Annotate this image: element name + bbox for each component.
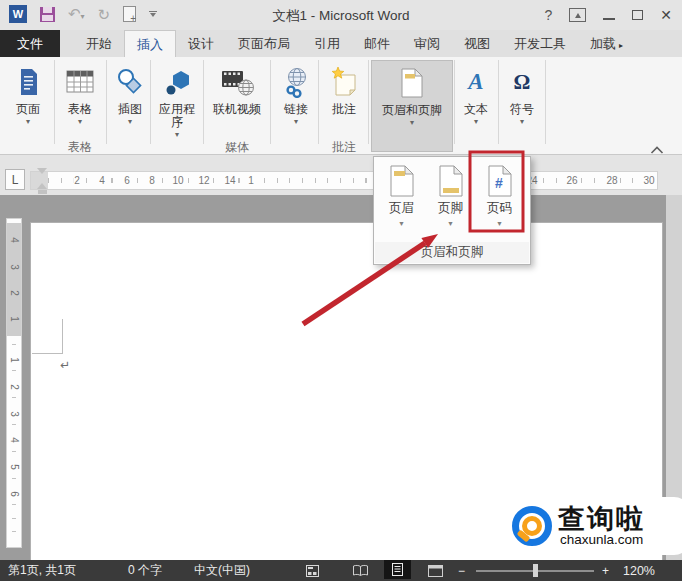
chevron-down-icon: ▾ [294, 118, 298, 126]
ruler-number: 4 [8, 434, 20, 446]
macro-record-icon[interactable] [306, 560, 319, 581]
tab-home[interactable]: 开始 [74, 30, 124, 57]
print-layout-icon[interactable] [384, 560, 411, 579]
links-button[interactable]: 链接 ▾ [276, 60, 316, 152]
comment-icon [329, 63, 359, 101]
tab-mailings[interactable]: 邮件 [352, 30, 402, 57]
text-label: 文本 [464, 103, 488, 116]
menu-item-label: 页脚 [438, 201, 463, 215]
header-footer-button[interactable]: 页眉和页脚 ▾ [371, 60, 453, 152]
tab-references[interactable]: 引用 [302, 30, 352, 57]
ruler-number: 6 [8, 488, 20, 500]
tab-add-ins[interactable]: 加载▸ [578, 30, 635, 57]
ruler-number: 1 [8, 354, 20, 366]
tab-view[interactable]: 视图 [452, 30, 502, 57]
group-divider [498, 60, 499, 144]
close-icon[interactable]: ✕ [660, 7, 672, 23]
table-icon [65, 63, 95, 101]
group-divider [368, 60, 369, 144]
page-info[interactable]: 第1页, 共1页 [8, 560, 76, 581]
group-divider [150, 60, 151, 144]
symbol-label: 符号 [510, 103, 534, 116]
chevron-down-icon: ▾ [26, 118, 30, 126]
chevron-down-icon: ▾ [474, 118, 478, 126]
group-divider [454, 60, 455, 144]
zoom-in-button[interactable]: + [602, 560, 609, 581]
menu-item-page-number[interactable]: # 页码 ▼ [475, 159, 524, 227]
ruler-number: 2 [8, 287, 20, 299]
group-divider [203, 60, 204, 144]
text-button[interactable]: A 文本 ▾ [456, 60, 496, 152]
group-label-media: 媒体 [206, 139, 268, 156]
ruler-number: 5 [8, 461, 20, 473]
tab-insert[interactable]: 插入 [124, 30, 176, 57]
ruler-number: 30 [642, 174, 655, 187]
hanging-indent-marker[interactable] [37, 183, 47, 189]
zoom-level[interactable]: 120% [623, 560, 655, 581]
ruler-number: 12 [197, 174, 210, 187]
ruler-number: 28 [605, 174, 618, 187]
ruler-number: 2 [73, 174, 81, 187]
read-mode-icon[interactable] [352, 560, 369, 581]
first-line-indent-marker[interactable] [37, 168, 47, 174]
tab-review[interactable]: 审阅 [402, 30, 452, 57]
ruler-number: 1 [8, 313, 20, 325]
web-layout-icon[interactable] [428, 560, 443, 581]
links-icon [281, 63, 311, 101]
tab-developer[interactable]: 开发工具 [502, 30, 578, 57]
menu-item-footer[interactable]: 页脚 ▼ [426, 159, 475, 227]
text-boundary-mark [62, 319, 63, 353]
chevron-down-icon: ▼ [447, 220, 454, 227]
text-boundary-mark [32, 353, 63, 354]
collapse-ribbon-icon[interactable] [650, 141, 664, 159]
page-number-icon: # [487, 165, 513, 197]
ruler-number: 10 [171, 174, 184, 187]
left-indent-marker[interactable] [38, 190, 47, 194]
pages-button[interactable]: 页面 ▾ [6, 60, 50, 152]
symbol-button[interactable]: Ω 符号 ▾ [501, 60, 543, 152]
tab-design[interactable]: 设计 [176, 30, 226, 57]
ribbon-tab-row: 文件 开始 插入 设计 页面布局 引用 邮件 审阅 视图 开发工具 加载▸ [0, 30, 682, 57]
word-window: W ↶▾ ↻ 文档1 - Microsoft Word ? ✕ 文件 开始 插入… [0, 0, 682, 581]
ribbon-display-options-icon[interactable] [569, 8, 586, 22]
menu-item-label: 页眉 [389, 201, 414, 215]
header-footer-icon [400, 64, 424, 102]
chevron-down-icon: ▾ [175, 131, 179, 139]
pages-label: 页面 [16, 103, 40, 116]
header-footer-label: 页眉和页脚 [382, 104, 442, 117]
watermark: 查询啦 chaxunla.com [502, 497, 682, 555]
group-divider [318, 60, 319, 144]
ruler-number: 3 [8, 408, 20, 420]
apps-button[interactable]: 应用程序 ▾ [153, 60, 201, 152]
text-icon: A [468, 63, 483, 101]
header-footer-menu: 页眉 ▼ 页脚 ▼ # 页码 ▼ 页眉和页脚 [373, 156, 531, 265]
tab-page-layout[interactable]: 页面布局 [226, 30, 302, 57]
ruler-number: 1 [247, 174, 255, 187]
minimize-icon[interactable] [603, 11, 615, 20]
vertical-ruler: 4321 123456 [6, 218, 22, 548]
group-label-table: 表格 [58, 139, 102, 156]
ruler-number: 14 [223, 174, 236, 187]
word-count[interactable]: 0 个字 [128, 560, 162, 581]
tab-file[interactable]: 文件 [0, 30, 60, 57]
help-icon[interactable]: ? [544, 7, 552, 23]
watermark-logo-icon [512, 506, 552, 546]
language-status[interactable]: 中文(中国) [194, 560, 250, 581]
watermark-domain: chaxunla.com [560, 533, 645, 547]
chevron-down-icon: ▾ [128, 118, 132, 126]
status-bar: 第1页, 共1页 0 个字 中文(中国) − + 120% [0, 560, 682, 581]
zoom-out-button[interactable]: − [458, 560, 465, 581]
illustrations-icon [115, 63, 145, 101]
zoom-slider-thumb[interactable] [533, 564, 538, 577]
horizontal-ruler: 2468101214124262830 [30, 171, 658, 190]
illustrations-button[interactable]: 插图 ▾ [110, 60, 150, 152]
maximize-icon[interactable] [632, 10, 643, 20]
watermark-text: 查询啦 chaxunla.com [552, 505, 645, 547]
comment-label: 批注 [332, 103, 356, 116]
group-divider [106, 60, 107, 144]
tab-stop-selector[interactable]: L [5, 169, 25, 190]
table-label: 表格 [68, 103, 92, 116]
paragraph-mark: ↵ [60, 359, 70, 371]
links-label: 链接 [284, 103, 308, 116]
menu-item-header[interactable]: 页眉 ▼ [377, 159, 426, 227]
